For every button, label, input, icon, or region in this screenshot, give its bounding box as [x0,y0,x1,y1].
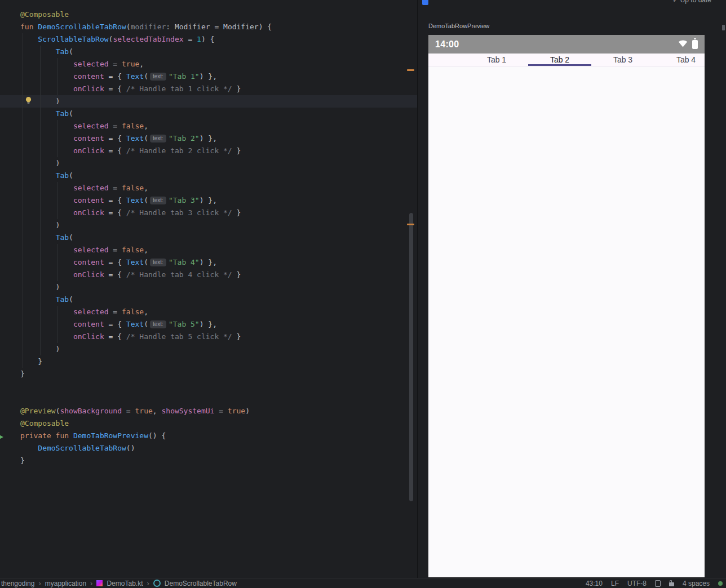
chevron-right-icon: › [147,581,149,586]
code-line[interactable]: onClick = { /* Handle tab 1 click */ } [20,83,417,95]
indent-guide [23,33,23,368]
preview-tab-row: Tab 1Tab 2Tab 3Tab 4 [428,54,705,66]
scrollbar-warning-mark[interactable] [407,224,414,225]
code-line[interactable]: fun DemoScrollableTabRow(modifier: Modif… [20,21,417,33]
code-line[interactable]: selected = true, [20,58,417,70]
code-line[interactable]: ) [20,343,417,355]
device-clock: 14:00 [435,39,459,50]
chevron-right-icon: › [38,581,41,586]
code-line[interactable]: content = { Text(text:"Tab 5") }, [20,318,417,331]
code-line[interactable]: Tab( [20,170,417,182]
indent-guide [40,46,41,355]
preview-tab-tab-1: Tab 1 [465,54,528,66]
no-problems-indicator[interactable] [718,581,723,586]
code-line[interactable]: selected = false, [20,182,417,194]
code-line[interactable]: Tab( [20,46,417,58]
indent-guide [57,244,58,281]
code-line[interactable] [20,393,417,405]
code-line[interactable]: @Composable [20,8,417,21]
code-line[interactable]: ) [20,219,417,231]
preview-tab-tab-3: Tab 3 [591,54,654,66]
indent-guide [57,182,58,219]
line-separator-widget[interactable]: LF [611,580,619,587]
indent-guide [57,306,58,343]
wifi-icon [678,39,688,50]
scrollbar-warning-mark[interactable] [407,69,414,71]
code-line[interactable]: selected = false, [20,306,417,318]
breadcrumb-item-module[interactable]: myapplication [45,580,86,587]
caret-position-widget[interactable]: 43:10 [586,580,603,587]
indent-guide [57,120,58,157]
code-line[interactable]: content = { Text(text:"Tab 2") }, [20,132,417,145]
preview-tab-tab-2: Tab 2 [528,54,591,66]
code-line[interactable]: selected = false, [20,244,417,256]
status-bar: thengoding › myapplication › DemoTab.kt … [0,578,726,588]
code-line[interactable]: } [20,368,417,380]
composable-function-icon [153,580,161,587]
code-line[interactable]: private fun DemoTabRowPreview() { [20,430,417,442]
code-line[interactable]: ) [20,157,417,170]
code-line[interactable] [20,380,417,393]
check-icon: ✓ [672,0,678,4]
code-line[interactable]: onClick = { /* Handle tab 5 click */ } [20,331,417,343]
code-line[interactable]: ScrollableTabRow(selectedTabIndex = 1) { [20,33,417,46]
code-line[interactable]: onClick = { /* Handle tab 2 click */ } [20,145,417,157]
code-line[interactable]: onClick = { /* Handle tab 3 click */ } [20,207,417,219]
code-line[interactable]: ) [0,95,417,108]
code-line[interactable]: ) [20,281,417,293]
code-line[interactable]: @Composable [20,417,417,430]
kotlin-file-icon [96,580,103,586]
breadcrumb: thengoding › myapplication › DemoTab.kt … [1,580,237,587]
device-status-bar: 14:00 [428,35,705,54]
code-line[interactable]: } [20,455,417,467]
build-status-widget[interactable]: ✓ Up to date [672,0,711,4]
inlay-hint: text: [150,259,166,266]
code-editor: @Composablefun DemoScrollableTabRow(modi… [0,0,417,578]
preview-name-label[interactable]: DemoTabRowPreview [428,23,489,29]
page-icon[interactable] [655,580,661,587]
code-line[interactable]: DemoScrollableTabRow() [20,442,417,455]
tool-window-stripe-icon[interactable] [722,25,725,30]
inlay-hint: text: [150,197,166,204]
editor-scrollbar[interactable] [409,213,413,501]
code-line[interactable]: content = { Text(text:"Tab 3") }, [20,194,417,207]
code-line[interactable]: Tab( [20,231,417,244]
breadcrumb-item-function[interactable]: DemoScrollableTabRow [165,580,237,587]
inlay-hint: text: [150,73,166,81]
code-line[interactable]: Tab( [20,293,417,306]
code-line[interactable]: content = { Text(text:"Tab 4") }, [20,256,417,269]
code-line[interactable]: } [20,355,417,368]
code-lines: @Composablefun DemoScrollableTabRow(modi… [0,0,417,467]
code-line[interactable]: onClick = { /* Handle tab 4 click */ } [20,269,417,281]
preview-tab-tab-4: Tab 4 [654,54,705,66]
compose-preview-panel: ✓ Up to date DemoTabRowPreview 14:00 Tab… [417,0,726,578]
indent-widget[interactable]: 4 spaces [683,580,710,587]
inlay-hint: text: [150,320,166,328]
build-status-label: Up to date [680,0,711,4]
device-preview-frame: 14:00 Tab 1Tab 2Tab 3Tab 4 [428,35,705,577]
run-preview-gutter-icon[interactable] [0,433,4,443]
preview-toolbar-icon[interactable] [422,0,428,5]
code-line[interactable]: Tab( [20,108,417,120]
encoding-widget[interactable]: UTF-8 [627,580,647,587]
status-bar-widgets: 43:10 LF UTF-8 4 spaces [586,580,723,587]
device-screen-body [428,66,705,577]
breadcrumb-item-package[interactable]: thengoding [1,580,34,587]
code-line[interactable]: @Preview(showBackground = true, showSyst… [20,405,417,417]
ide-window: @Composablefun DemoScrollableTabRow(modi… [0,0,726,588]
inlay-hint: text: [150,135,166,142]
lock-icon[interactable] [669,582,674,586]
breadcrumb-item-file[interactable]: DemoTab.kt [107,580,143,587]
chevron-right-icon: › [90,581,92,586]
battery-icon [692,40,698,49]
intention-lightbulb-icon[interactable] [24,96,33,107]
indent-guide [57,58,58,95]
code-line[interactable]: selected = false, [20,120,417,132]
code-line[interactable]: content = { Text(text:"Tab 1") }, [20,70,417,83]
